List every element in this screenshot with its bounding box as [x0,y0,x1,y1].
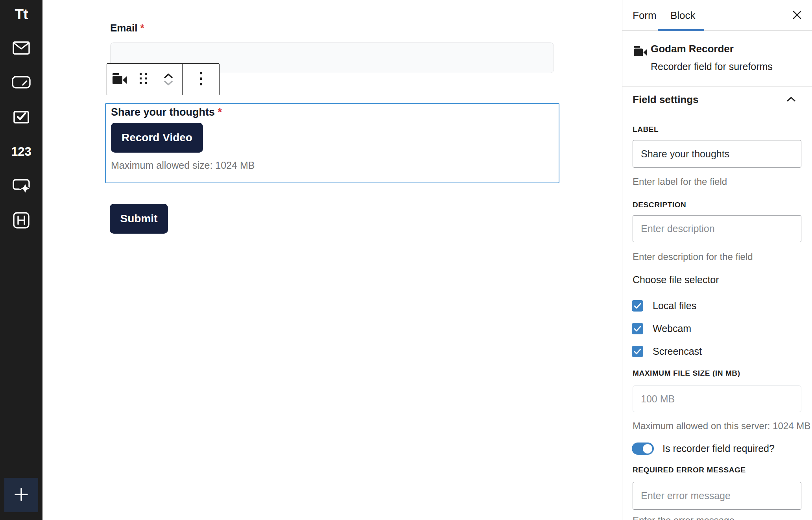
recorder-field-button[interactable] [0,172,42,201]
chevron-up-icon [786,97,796,103]
checkbox-field-icon [13,110,29,125]
required-toggle-row: Is recorder field required? [632,443,775,455]
email-field-button[interactable] [0,35,42,63]
record-video-button[interactable]: Record Video [111,123,203,153]
email-field-label: Email * [110,22,144,34]
error-message-input[interactable] [633,482,801,510]
label-field-caption: LABEL [633,125,659,134]
email-required-asterisk: * [140,22,144,34]
fields-toolbar-rail: Tt 123 [0,0,42,520]
tab-form[interactable]: Form [633,9,657,22]
email-field-icon [13,41,30,56]
max-file-size-helper: Maximum allowed on this server: 1024 MB [633,420,810,431]
checkbox-webcam[interactable]: Webcam [632,323,691,334]
toggle-knob [643,444,652,454]
options-kebab-icon [199,72,203,87]
field-settings-title: Field settings [633,94,699,106]
drag-handle[interactable] [132,64,154,95]
required-toggle[interactable] [632,443,654,455]
required-toggle-label: Is recorder field required? [663,443,775,454]
recorder-block-selected[interactable]: Share your thoughts * Record Video Maxim… [105,103,559,183]
checkbox-field-button[interactable] [0,103,42,132]
recorder-required-asterisk: * [218,106,222,118]
input-field-button[interactable] [0,69,42,97]
checkbox-label: Screencast [653,346,702,357]
settings-sidebar: Form Block Godam Recorder Recorder field… [622,0,812,520]
heading-field-icon [13,212,30,230]
block-type-button[interactable] [107,64,132,95]
label-helper-text: Enter label for the field [633,176,727,187]
text-field-icon: Tt [15,6,28,23]
description-input[interactable] [633,215,801,242]
block-info-card: Godam Recorder Recorder field for surefo… [622,31,812,87]
close-icon [792,10,802,21]
submit-button[interactable]: Submit [110,204,168,234]
description-field-caption: DESCRIPTION [633,201,686,209]
max-file-size-input[interactable] [633,385,801,412]
tab-block[interactable]: Block [670,9,696,22]
heading-field-button[interactable] [0,207,42,235]
checkbox-label: Local files [653,300,696,312]
error-message-caption: REQUIRED ERROR MESSAGE [633,466,746,474]
recorder-field-icon [12,179,30,194]
error-message-helper: Enter the error message [633,515,734,520]
max-file-size-caption: MAXIMUM FILE SIZE (IN MB) [633,369,740,378]
checkbox-local-files[interactable]: Local files [632,300,696,312]
add-block-button[interactable] [4,478,38,512]
video-camera-icon [112,73,127,86]
number-field-icon: 123 [11,145,31,159]
max-size-note: Maximum allowed size: 1024 MB [111,160,255,171]
label-input[interactable] [633,140,801,168]
number-field-button[interactable]: 123 [0,138,42,166]
move-down-button[interactable] [163,80,173,86]
block-options-button[interactable] [182,64,219,95]
recorder-label-text: Share your thoughts [111,106,215,118]
plus-icon [14,487,29,503]
block-title: Godam Recorder [651,43,734,55]
collapse-section-button[interactable] [786,96,796,104]
form-editor-canvas: Email * [42,0,622,520]
description-helper-text: Enter description for the field [633,251,753,262]
recorder-field-label: Share your thoughts * [111,106,222,118]
settings-tabbar: Form Block [622,0,812,31]
close-settings-button[interactable] [792,10,803,21]
video-camera-icon [633,46,648,58]
checkbox-checked-icon [632,346,643,357]
block-toolbar [107,63,220,95]
checkbox-checked-icon [632,323,643,334]
block-description: Recorder field for sureforms [651,61,773,72]
file-selector-title: Choose file selector [633,274,719,286]
input-field-icon [12,76,31,90]
email-label-text: Email [110,22,137,34]
checkbox-screencast[interactable]: Screencast [632,346,702,357]
drag-handle-icon [139,72,148,87]
move-up-button[interactable] [163,73,173,79]
text-field-button[interactable]: Tt [0,0,42,29]
checkbox-label: Webcam [653,323,691,334]
block-movers [154,64,182,95]
checkbox-checked-icon [632,300,643,312]
